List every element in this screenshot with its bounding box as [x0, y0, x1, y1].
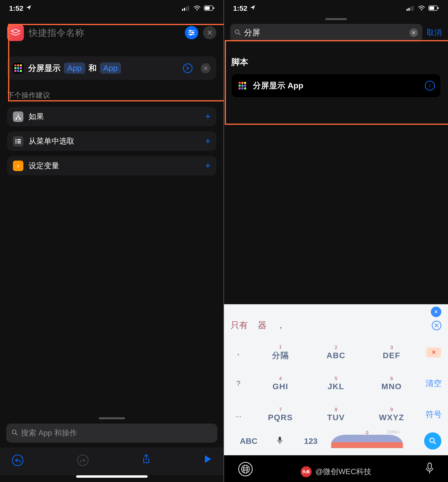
search-placeholder: 搜索 App 和操作: [21, 428, 77, 438]
svg-point-18: [16, 118, 17, 119]
suggestion-if[interactable]: 如果 +: [7, 107, 216, 126]
svg-rect-29: [408, 8, 410, 11]
svg-rect-6: [205, 7, 210, 10]
action-text: 分屏显示 App 和 App: [28, 63, 121, 74]
candidate-word[interactable]: 只有: [231, 320, 248, 331]
key-ellipsis[interactable]: ...: [224, 399, 253, 430]
svg-rect-28: [407, 9, 408, 11]
sheet-grabber[interactable]: [99, 417, 125, 419]
status-time: 1:52: [233, 4, 247, 12]
svg-rect-40: [279, 437, 281, 441]
key-space[interactable]: 0 百度输入: [331, 434, 403, 448]
svg-rect-0: [182, 9, 183, 11]
add-icon[interactable]: +: [205, 111, 211, 122]
info-icon[interactable]: i: [425, 81, 435, 91]
key-symbols[interactable]: 符号: [419, 399, 448, 430]
suggestion-menu[interactable]: 从菜单中选取 +: [7, 131, 216, 151]
svg-point-9: [190, 30, 191, 32]
suggestion-label: 从菜单中选取: [29, 136, 200, 146]
key-2[interactable]: 2ABC: [308, 337, 364, 368]
shortcut-app-icon[interactable]: [7, 24, 24, 41]
key-question[interactable]: ?: [224, 368, 253, 399]
key-8[interactable]: 8TUV: [308, 399, 364, 430]
svg-line-37: [239, 33, 240, 35]
status-time: 1:52: [9, 4, 23, 12]
candidate-bar: 只有 器 ， ×: [224, 317, 448, 337]
add-icon[interactable]: +: [205, 160, 211, 171]
variable-icon: x: [13, 161, 23, 171]
clear-search-icon[interactable]: [409, 28, 418, 37]
add-icon[interactable]: +: [205, 136, 211, 146]
svg-rect-34: [429, 7, 434, 10]
action-param-2[interactable]: App: [100, 63, 121, 74]
wifi-icon: [193, 4, 201, 12]
settings-button[interactable]: [185, 26, 198, 39]
search-input[interactable]: 分屏: [230, 24, 422, 41]
cancel-button[interactable]: 取消: [426, 27, 442, 38]
undo-button[interactable]: [12, 455, 23, 466]
run-button[interactable]: [204, 455, 212, 466]
key-7[interactable]: 7PQRS: [253, 399, 308, 430]
sheet-grabber[interactable]: [325, 18, 347, 20]
editor-toolbar: [0, 447, 224, 475]
key-abc-mode[interactable]: ABC: [231, 436, 267, 446]
svg-point-22: [16, 141, 17, 142]
svg-point-4: [197, 9, 198, 10]
svg-rect-25: [17, 143, 21, 143]
expand-action-icon[interactable]: [183, 64, 192, 73]
status-bar: 1:52: [0, 0, 224, 15]
home-indicator[interactable]: [76, 475, 148, 478]
location-icon: [250, 5, 256, 12]
suggestion-label: 设定变量: [29, 161, 200, 171]
share-button[interactable]: [142, 454, 150, 466]
battery-icon: [204, 4, 215, 12]
key-numeric-mode[interactable]: 123: [293, 436, 329, 446]
search-actions-bar[interactable]: 搜索 App 和操作: [6, 424, 217, 443]
keyboard-search-button[interactable]: [424, 432, 441, 450]
toutiao-icon: 头条: [301, 466, 312, 477]
menu-icon: [13, 136, 23, 146]
keyboard: A 只有 器 ， × ， 1分隔 2ABC 3DEF ✕ ? 4GHI 5J: [224, 304, 448, 455]
key-3[interactable]: 3DEF: [364, 337, 419, 368]
svg-point-11: [192, 32, 193, 33]
suggestion-variable[interactable]: x 设定变量 +: [7, 156, 216, 175]
key-delete[interactable]: ✕: [419, 337, 448, 368]
section-scripts-title: 脚本: [224, 44, 448, 74]
key-5[interactable]: 5JKL: [308, 368, 364, 399]
search-icon: [234, 29, 241, 36]
right-phone-screenshot: 1:52 分屏 取消: [224, 0, 448, 482]
key-6[interactable]: 6MNO: [364, 368, 419, 399]
candidate-word[interactable]: ，: [276, 320, 285, 331]
search-value: 分屏: [244, 27, 406, 38]
suggestions-header: 下个操作建议: [0, 80, 224, 105]
remove-action-icon[interactable]: [201, 63, 211, 73]
key-1[interactable]: 1分隔: [253, 337, 308, 368]
svg-point-19: [20, 118, 21, 119]
candidate-word[interactable]: 器: [258, 320, 266, 331]
if-icon: [13, 112, 23, 122]
candidate-close-icon[interactable]: ×: [432, 321, 441, 330]
shortcut-name-input[interactable]: 快捷指令名称: [29, 27, 180, 39]
svg-point-32: [421, 9, 422, 10]
keyboard-mic-icon[interactable]: [269, 436, 291, 446]
svg-point-20: [16, 139, 17, 140]
globe-icon[interactable]: [238, 462, 253, 476]
key-comma[interactable]: ，: [224, 337, 253, 368]
key-clear[interactable]: 清空: [419, 368, 448, 399]
shortcut-title-row: 快捷指令名称: [0, 15, 224, 48]
result-split-screen-app[interactable]: 分屏显示 App i: [231, 74, 441, 98]
close-button[interactable]: [203, 26, 216, 39]
status-bar: 1:52: [224, 0, 448, 15]
result-label: 分屏显示 App: [253, 80, 420, 91]
svg-rect-3: [188, 6, 189, 11]
key-4[interactable]: 4GHI: [253, 368, 308, 399]
key-9[interactable]: 9WXYZ: [364, 399, 419, 430]
keyboard-logo-icon[interactable]: A: [431, 307, 441, 317]
dictation-icon[interactable]: [426, 462, 434, 476]
split-screen-action-card[interactable]: 分屏显示 App 和 App: [7, 56, 216, 80]
search-icon: [11, 429, 18, 437]
suggestion-label: 如果: [29, 112, 200, 122]
svg-rect-30: [410, 7, 411, 11]
apps-grid-icon: [237, 80, 248, 91]
action-param-1[interactable]: App: [64, 63, 85, 74]
